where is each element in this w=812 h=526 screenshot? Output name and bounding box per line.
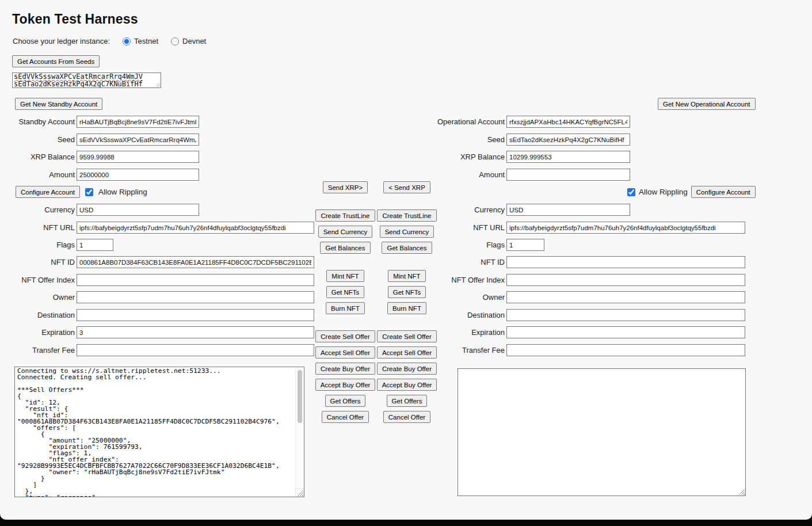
standby-burn-nft-button[interactable]: Burn NFT bbox=[326, 302, 365, 314]
devnet-radio[interactable] bbox=[171, 37, 179, 45]
standby-create-sell-offer-button[interactable]: Create Sell Offer bbox=[315, 330, 375, 342]
seed-line-1: sEdVVkSsswaXPCvEatRmcarRrq4WmJV bbox=[14, 73, 159, 81]
standby-cancel-offer-button[interactable]: Cancel Offer bbox=[322, 411, 369, 423]
operational-expiration-input[interactable] bbox=[506, 326, 745, 338]
operational-actions-column: < Send XRP Create TrustLine Send Currenc… bbox=[375, 181, 439, 423]
operational-currency-label: Currency bbox=[432, 205, 506, 214]
scrollbar-track[interactable] bbox=[295, 367, 304, 488]
operational-currency-input[interactable] bbox=[506, 204, 630, 216]
operational-accept-buy-offer-button[interactable]: Accept Buy Offer bbox=[377, 379, 437, 391]
standby-result-console[interactable]: Connecting to wss://s.altnet.rippletest.… bbox=[14, 367, 304, 497]
operational-burn-nft-button[interactable]: Burn NFT bbox=[387, 302, 426, 314]
standby-owner-input[interactable] bbox=[77, 291, 314, 303]
operational-destination-input[interactable] bbox=[506, 309, 745, 321]
standby-destination-label: Destination bbox=[0, 311, 77, 319]
standby-mint-nft-button[interactable]: Mint NFT bbox=[326, 270, 364, 282]
operational-mint-nft-button[interactable]: Mint NFT bbox=[388, 270, 425, 282]
resize-handle-icon[interactable] bbox=[738, 489, 745, 495]
standby-get-offers-button[interactable]: Get Offers bbox=[325, 395, 366, 407]
standby-nft-offer-index-row: NFT Offer Index bbox=[0, 274, 314, 286]
standby-amount-input[interactable] bbox=[77, 169, 199, 181]
operational-get-nfts-button[interactable]: Get NFTs bbox=[388, 286, 426, 298]
page-title: Token Test Harness bbox=[12, 12, 138, 27]
operational-owner-row: Owner bbox=[432, 291, 745, 303]
operational-transfer-fee-label: Transfer Fee bbox=[432, 346, 506, 355]
devnet-radio-label: Devnet bbox=[182, 37, 206, 45]
standby-configure-row: Configure Account Allow Rippling bbox=[16, 186, 147, 198]
standby-send-xrp-button[interactable]: Send XRP> bbox=[323, 181, 368, 193]
standby-create-buy-offer-button[interactable]: Create Buy Offer bbox=[315, 363, 375, 375]
standby-flags-input[interactable] bbox=[77, 239, 113, 251]
standby-amount-label: Amount bbox=[0, 170, 77, 179]
operational-allow-rippling-label: Allow Rippling bbox=[639, 188, 688, 196]
get-new-standby-account-button[interactable]: Get New Standby Account bbox=[15, 98, 102, 110]
operational-transfer-fee-input[interactable] bbox=[506, 344, 745, 356]
standby-configure-account-button[interactable]: Configure Account bbox=[16, 186, 80, 198]
get-new-operational-account-button[interactable]: Get New Operational Account bbox=[658, 98, 756, 110]
operational-nft-url-input[interactable] bbox=[506, 222, 745, 234]
standby-xrp-balance-input[interactable] bbox=[77, 151, 199, 163]
operational-xrp-balance-label: XRP Balance bbox=[432, 153, 506, 161]
standby-get-nfts-button[interactable]: Get NFTs bbox=[326, 286, 365, 298]
operational-flags-label: Flags bbox=[432, 241, 506, 249]
seeds-textarea[interactable]: sEdVVkSsswaXPCvEatRmcarRrq4WmJV sEdTao2d… bbox=[12, 73, 161, 88]
standby-expiration-input[interactable] bbox=[77, 326, 314, 338]
standby-nft-url-input[interactable] bbox=[77, 222, 314, 234]
operational-destination-row: Destination bbox=[432, 309, 745, 321]
standby-nft-id-row: NFT ID bbox=[0, 256, 314, 268]
standby-flags-row: Flags bbox=[0, 239, 113, 251]
standby-send-currency-button[interactable]: Send Currency bbox=[318, 226, 373, 238]
operational-amount-label: Amount bbox=[432, 170, 506, 179]
operational-transfer-fee-row: Transfer Fee bbox=[432, 344, 745, 356]
testnet-radio[interactable] bbox=[123, 37, 131, 45]
ledger-instance-row: Choose your ledger instance: Testnet Dev… bbox=[13, 37, 206, 45]
operational-amount-input[interactable] bbox=[506, 169, 630, 181]
operational-expiration-label: Expiration bbox=[432, 328, 506, 337]
standby-account-input[interactable] bbox=[77, 116, 199, 128]
standby-account-row: Standby Account bbox=[0, 116, 199, 128]
operational-create-trustline-button[interactable]: Create TrustLine bbox=[377, 209, 436, 222]
operational-create-sell-offer-button[interactable]: Create Sell Offer bbox=[377, 330, 436, 342]
operational-send-xrp-button[interactable]: < Send XRP bbox=[383, 181, 430, 193]
scrollbar-thumb[interactable] bbox=[298, 370, 302, 423]
operational-xrp-balance-input[interactable] bbox=[506, 151, 630, 163]
standby-allow-rippling-label: Allow Rippling bbox=[98, 188, 147, 196]
operational-cancel-offer-button[interactable]: Cancel Offer bbox=[383, 411, 430, 423]
operational-account-row: Operational Account bbox=[432, 116, 630, 128]
standby-nft-offer-index-input[interactable] bbox=[77, 274, 314, 286]
operational-create-buy-offer-button[interactable]: Create Buy Offer bbox=[377, 363, 437, 375]
testnet-radio-label: Testnet bbox=[134, 37, 158, 45]
operational-nft-id-input[interactable] bbox=[506, 256, 745, 268]
operational-configure-account-button[interactable]: Configure Account bbox=[691, 186, 756, 198]
devnet-radio-option[interactable]: Devnet bbox=[171, 37, 206, 45]
standby-currency-input[interactable] bbox=[77, 204, 199, 216]
standby-expiration-row: Expiration bbox=[0, 326, 314, 338]
standby-accept-buy-offer-button[interactable]: Accept Buy Offer bbox=[315, 379, 376, 391]
standby-nft-id-input[interactable] bbox=[77, 256, 314, 268]
standby-transfer-fee-input[interactable] bbox=[77, 344, 314, 356]
operational-allow-rippling-checkbox[interactable] bbox=[627, 188, 635, 196]
operational-send-currency-button[interactable]: Send Currency bbox=[380, 226, 434, 238]
standby-flags-label: Flags bbox=[0, 241, 77, 249]
standby-destination-input[interactable] bbox=[77, 309, 314, 321]
operational-nft-url-label: NFT URL bbox=[432, 223, 506, 232]
get-accounts-from-seeds-button[interactable]: Get Accounts From Seeds bbox=[12, 55, 100, 67]
operational-owner-input[interactable] bbox=[506, 291, 745, 303]
standby-allow-rippling-checkbox[interactable] bbox=[85, 188, 93, 196]
operational-result-console[interactable] bbox=[458, 368, 746, 496]
operational-flags-input[interactable] bbox=[506, 239, 544, 251]
operational-get-offers-button[interactable]: Get Offers bbox=[387, 395, 428, 407]
operational-nft-offer-index-input[interactable] bbox=[506, 274, 745, 286]
operational-currency-row: Currency bbox=[432, 204, 630, 216]
operational-get-balances-button[interactable]: Get Balances bbox=[382, 242, 432, 254]
standby-create-trustline-button[interactable]: Create TrustLine bbox=[315, 209, 375, 222]
operational-accept-sell-offer-button[interactable]: Accept Sell Offer bbox=[377, 346, 437, 359]
standby-seed-input[interactable] bbox=[77, 134, 199, 146]
standby-get-balances-button[interactable]: Get Balances bbox=[320, 242, 370, 254]
testnet-radio-option[interactable]: Testnet bbox=[123, 37, 158, 45]
standby-nft-url-label: NFT URL bbox=[0, 223, 77, 232]
operational-account-input[interactable] bbox=[506, 116, 630, 128]
standby-accept-sell-offer-button[interactable]: Accept Sell Offer bbox=[315, 346, 375, 359]
standby-expiration-label: Expiration bbox=[0, 328, 77, 337]
operational-seed-input[interactable] bbox=[506, 134, 630, 146]
